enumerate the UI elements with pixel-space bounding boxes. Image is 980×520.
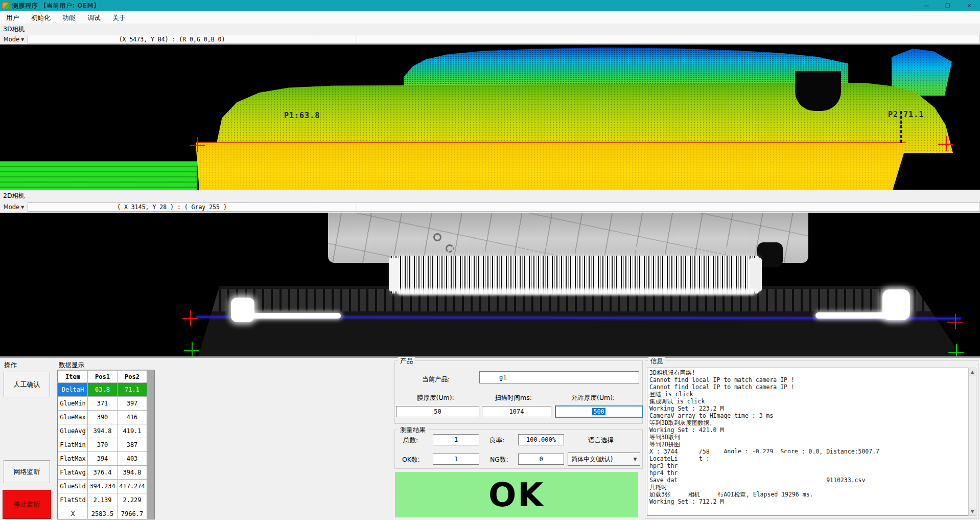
app-icon (2, 2, 9, 9)
mode-dropdown-2d[interactable]: Mode ▼ (0, 202, 28, 212)
stop-listen-button[interactable]: 停止监听 (3, 490, 51, 519)
column-header: Item (58, 371, 88, 383)
cell-item: FlatStd (58, 493, 88, 507)
crosshair-left-3d (190, 137, 205, 152)
ok-count-label: OK数: (402, 456, 420, 464)
camera3d-toolbar: Mode ▼ (X 5473, Y 84) : (R 0,G 0,B 0) (0, 34, 980, 44)
window-title: 测膜程序 【当前用户: OEM】 (12, 2, 100, 10)
scan-time-field[interactable]: 1074 (482, 406, 551, 417)
current-product-label: 当前产品: (422, 375, 450, 384)
menu-item-1[interactable]: 初始化 (25, 11, 57, 24)
crosshair-right-3d (938, 136, 953, 151)
menu-bar: 用户初始化功能调试关于 (0, 11, 980, 24)
pixel-status-3d: (X 5473, Y 84) : (R 0,G 0,B 0) (28, 35, 316, 44)
maximize-button[interactable]: ❐ (937, 0, 959, 11)
cell-item: FlatAvg (58, 466, 88, 480)
title-bar: 测膜程序 【当前用户: OEM】 — ❐ ✕ (0, 0, 980, 11)
table-row[interactable]: FlatStd2.1392.229 (58, 493, 147, 507)
log-line: Cannot find local IP to match camera IP … (649, 376, 967, 383)
cell-item: GlueMin (58, 397, 88, 411)
table-scrollbar[interactable] (147, 370, 154, 519)
cell-pos1: 2.139 (88, 493, 118, 507)
cell-item: X (58, 507, 88, 520)
log-line: 3D相机没有网络! (649, 369, 967, 376)
close-button[interactable]: ✕ (959, 0, 980, 11)
table-row[interactable]: DeltaH63.871.1 (58, 383, 147, 397)
cell-pos2: 419.1 (118, 424, 147, 438)
scroll-down-icon[interactable]: ▼ (969, 508, 976, 515)
status-cell-empty-2d (316, 202, 357, 212)
log-line: LocateLi t : 0 (649, 455, 967, 462)
heightmap-hook-cutout (795, 71, 841, 111)
status-cell-fill-3d (357, 35, 980, 44)
status-cell-fill-2d (357, 202, 980, 212)
table-row[interactable]: GlueAvg394.8419.1 (58, 424, 147, 438)
table-row[interactable]: FlatMin370387 (58, 438, 147, 452)
film-thickness-field[interactable]: 50 (396, 406, 479, 417)
cell-pos1: 63.8 (88, 383, 118, 397)
glue-blob-right (882, 289, 910, 320)
data-table: ItemPos1Pos2 DeltaH63.871.1GlueMin371397… (58, 370, 147, 519)
menu-item-3[interactable]: 调试 (82, 11, 107, 24)
pcb-ring (433, 233, 441, 241)
column-header: Pos1 (88, 371, 118, 383)
mode-label: Mode (4, 204, 19, 211)
ok-count-field[interactable]: 1 (433, 454, 479, 465)
table-row[interactable]: GlueStd394.234417.274 (58, 480, 147, 493)
mode-dropdown-3d[interactable]: Mode ▼ (0, 34, 28, 44)
column-header: Pos2 (118, 371, 147, 383)
table-row[interactable]: FlatMax394403 (58, 452, 147, 466)
menu-item-2[interactable]: 功能 (57, 11, 82, 24)
heightmap-green-strip (0, 161, 197, 190)
language-label: 语言选择 (588, 436, 614, 445)
cell-pos2: 397 (118, 397, 147, 411)
log-line: 登陆 is click (649, 391, 967, 398)
camera3d-section-label: 3D相机 (3, 24, 25, 34)
menu-item-0[interactable]: 用户 (0, 11, 25, 24)
network-listen-button[interactable]: 网络监听 (4, 460, 50, 483)
table-row[interactable]: GlueMin371397 (58, 397, 147, 411)
ng-count-field[interactable]: 0 (518, 454, 564, 465)
allowed-thickness-field[interactable]: 500 (555, 405, 643, 418)
minimize-button[interactable]: — (916, 0, 937, 11)
cell-pos1: 394.8 (88, 424, 118, 438)
table-row[interactable]: FlatAvg376.4394.8 (58, 466, 147, 480)
table-row[interactable]: GlueMax390416 (58, 411, 147, 424)
p1-measurement-annotation: P1:63.8 (284, 111, 320, 120)
cell-pos2: 417.274 (118, 480, 147, 493)
scroll-up-icon[interactable]: ▲ (969, 368, 976, 376)
table-row[interactable]: X2583.57966.7 (58, 507, 147, 520)
yield-field[interactable]: 100.000% (518, 434, 564, 445)
chevron-down-icon: ▼ (631, 457, 640, 462)
log-line: Working Set : 712.2 M (649, 498, 967, 505)
results-panel-title: 测量结果 (398, 426, 428, 435)
data-table-container[interactable]: ItemPos1Pos2 DeltaH63.871.1GlueMin371397… (57, 370, 155, 519)
menu-item-4[interactable]: 关于 (107, 11, 132, 24)
connector-glow (398, 288, 755, 295)
manual-confirm-button[interactable]: 人工确认 (4, 372, 50, 397)
app-window: 测膜程序 【当前用户: OEM】 — ❐ ✕ 用户初始化功能调试关于 3D相机 … (0, 0, 980, 520)
cell-pos1: 390 (88, 411, 118, 424)
cell-pos2: 2.229 (118, 493, 147, 507)
cell-pos2: 394.8 (118, 466, 147, 480)
result-status-text: OK (488, 476, 545, 514)
total-field[interactable]: 1 (433, 434, 479, 445)
product-groupbox: 产品 当前产品: g1 膜厚度(Um): 扫描时间ms: 允许厚度(Um): 5… (394, 360, 643, 424)
language-select[interactable]: 简体中文(默认) ▼ (568, 453, 640, 466)
camera2d-viewport[interactable] (0, 213, 980, 356)
camera3d-viewport[interactable]: P1:63.8 P2:71.1 (0, 44, 980, 190)
current-product-field[interactable]: g1 (479, 371, 639, 383)
data-panel-title: 数据显示 (59, 361, 84, 370)
cell-item: FlatMin (58, 438, 88, 452)
log-line: CameraV array to HImage time : 3 ms (649, 412, 967, 419)
camera2d-toolbar: Mode ▼ ( X 3145, Y 28 ) : ( Gray 255 ) (0, 202, 980, 212)
cell-pos1: 394.234 (88, 480, 118, 493)
log-scrollbar[interactable]: ▲ ▼ (968, 368, 976, 516)
window-controls: — ❐ ✕ (916, 0, 980, 11)
log-line: Cannot find local IP to match camera IP … (649, 383, 967, 391)
info-panel-title: 信息 (648, 357, 665, 366)
result-status-box: OK (395, 472, 638, 517)
log-line: Save dat 9110233.csv (649, 477, 967, 484)
heightmap-boundary-line (196, 142, 906, 143)
cell-pos1: 2583.5 (88, 507, 118, 520)
